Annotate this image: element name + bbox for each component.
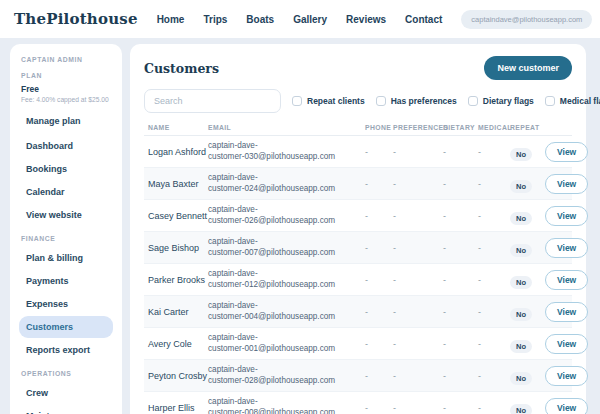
email-line-1: captain-dave- xyxy=(208,205,365,216)
customer-name: Logan Ashford xyxy=(148,147,208,157)
sidebar-item-dashboard[interactable]: Dashboard xyxy=(19,135,113,157)
checkbox-icon[interactable] xyxy=(292,96,302,106)
customer-name: Maya Baxter xyxy=(148,179,208,189)
customer-phone: - xyxy=(365,339,393,349)
customer-name: Avery Cole xyxy=(148,339,208,349)
customer-phone: - xyxy=(365,307,393,317)
customer-email: captain-dave- customer-024@pilothouseapp… xyxy=(208,173,365,194)
search-input[interactable] xyxy=(144,89,281,113)
topnav-link-trips[interactable]: Trips xyxy=(203,14,227,25)
checkbox-icon[interactable] xyxy=(376,96,386,106)
customer-name: Kai Carter xyxy=(148,307,208,317)
customer-phone: - xyxy=(365,371,393,381)
customer-phone: - xyxy=(365,403,393,413)
repeat-badge: No xyxy=(510,244,532,257)
topnav-link-gallery[interactable]: Gallery xyxy=(293,14,327,25)
customer-phone: - xyxy=(365,243,393,253)
brand-logo[interactable]: ThePilothouse xyxy=(14,10,138,28)
view-button[interactable]: View xyxy=(545,334,588,354)
checkbox-icon[interactable] xyxy=(468,96,478,106)
email-line-1: captain-dave- xyxy=(208,333,365,344)
sidebar-section-label: OPERATIONS xyxy=(21,370,113,377)
column-header: DIETARY xyxy=(443,124,478,131)
repeat-badge: No xyxy=(510,308,532,321)
topnav-link-home[interactable]: Home xyxy=(157,14,185,25)
topnav-link-contact[interactable]: Contact xyxy=(405,14,442,25)
filter-bar: Repeat clients Has preferences Dietary f… xyxy=(144,89,572,113)
email-line-2: customer-007@pilothouseapp.com xyxy=(208,248,365,259)
page-title: Customers xyxy=(144,61,219,76)
customers-panel: Customers New customer Repeat clients Ha… xyxy=(130,44,586,414)
filter-checkbox-label: Dietary flags xyxy=(483,96,534,106)
view-button[interactable]: View xyxy=(545,398,588,414)
filter-checkbox-medical-flags[interactable]: Medical flags xyxy=(545,96,600,106)
customer-phone: - xyxy=(365,179,393,189)
customer-dietary: - xyxy=(443,147,478,157)
view-button[interactable]: View xyxy=(545,174,588,194)
sidebar-item-plan-billing[interactable]: Plan & billing xyxy=(19,247,113,269)
customer-dietary: - xyxy=(443,211,478,221)
repeat-badge: No xyxy=(510,212,532,225)
customer-preferences: - xyxy=(393,339,443,349)
sidebar-item-manage-plan[interactable]: Manage plan xyxy=(19,110,113,132)
customer-dietary: - xyxy=(443,371,478,381)
table-row: Casey Bennett captain-dave- customer-026… xyxy=(144,200,572,232)
sidebar-item-payments[interactable]: Payments xyxy=(19,270,113,292)
filter-checkbox-dietary-flags[interactable]: Dietary flags xyxy=(468,96,534,106)
table-row: Sage Bishop captain-dave- customer-007@p… xyxy=(144,232,572,264)
email-line-2: customer-012@pilothouseapp.com xyxy=(208,280,365,291)
customer-dietary: - xyxy=(443,307,478,317)
sidebar-item-view-website[interactable]: View website xyxy=(19,204,113,226)
filter-checkbox-label: Has preferences xyxy=(391,96,457,106)
view-button[interactable]: View xyxy=(545,366,588,386)
filter-checkbox-repeat-clients[interactable]: Repeat clients xyxy=(292,96,365,106)
customer-preferences: - xyxy=(393,243,443,253)
customer-name: Casey Bennett xyxy=(148,211,208,221)
sidebar-item-calendar[interactable]: Calendar xyxy=(19,181,113,203)
view-button[interactable]: View xyxy=(545,206,588,226)
customer-medical: - xyxy=(478,179,510,189)
sidebar-item-customers[interactable]: Customers xyxy=(19,316,113,338)
customer-medical: - xyxy=(478,371,510,381)
view-button[interactable]: View xyxy=(545,270,588,290)
repeat-badge: No xyxy=(510,276,532,289)
column-header: PREFERENCES xyxy=(393,124,443,131)
table-row: Parker Brooks captain-dave- customer-012… xyxy=(144,264,572,296)
customer-name: Parker Brooks xyxy=(148,275,208,285)
view-button[interactable]: View xyxy=(545,142,588,162)
sidebar-item-crew[interactable]: Crew xyxy=(19,382,113,404)
sidebar-item-maintenance[interactable]: Maintenance xyxy=(19,405,113,414)
sidebar-item-expenses[interactable]: Expenses xyxy=(19,293,113,315)
customer-medical: - xyxy=(478,147,510,157)
filter-checkboxes: Repeat clients Has preferences Dietary f… xyxy=(281,96,600,106)
table-row: Kai Carter captain-dave- customer-004@pi… xyxy=(144,296,572,328)
panel-header: Customers New customer xyxy=(144,56,572,80)
customer-email: captain-dave- customer-008@pilothouseapp… xyxy=(208,397,365,414)
table-row: Logan Ashford captain-dave- customer-030… xyxy=(144,136,572,168)
customer-name: Harper Ellis xyxy=(148,403,208,413)
email-line-2: customer-008@pilothouseapp.com xyxy=(208,408,365,414)
table-row: Peyton Crosby captain-dave- customer-028… xyxy=(144,360,572,392)
topnav-link-boats[interactable]: Boats xyxy=(246,14,274,25)
customer-email: captain-dave- customer-007@pilothouseapp… xyxy=(208,237,365,258)
new-customer-button[interactable]: New customer xyxy=(484,56,572,80)
email-line-2: customer-001@pilothouseapp.com xyxy=(208,344,365,355)
plan-tier: Free xyxy=(21,84,113,94)
customer-phone: - xyxy=(365,147,393,157)
topnav-link-reviews[interactable]: Reviews xyxy=(346,14,386,25)
customer-dietary: - xyxy=(443,275,478,285)
customer-name: Peyton Crosby xyxy=(148,371,208,381)
customer-preferences: - xyxy=(393,179,443,189)
topnav-links: HomeTripsBoatsGalleryReviewsContact xyxy=(157,14,443,25)
view-button[interactable]: View xyxy=(545,238,588,258)
filter-checkbox-has-preferences[interactable]: Has preferences xyxy=(376,96,457,106)
customer-email: captain-dave- customer-001@pilothouseapp… xyxy=(208,333,365,354)
customer-preferences: - xyxy=(393,307,443,317)
sidebar-item-reports-export[interactable]: Reports export xyxy=(19,339,113,361)
checkbox-icon[interactable] xyxy=(545,96,555,106)
customer-medical: - xyxy=(478,275,510,285)
customer-preferences: - xyxy=(393,211,443,221)
sidebar-item-bookings[interactable]: Bookings xyxy=(19,158,113,180)
view-button[interactable]: View xyxy=(545,302,588,322)
email-line-2: customer-028@pilothouseapp.com xyxy=(208,376,365,387)
